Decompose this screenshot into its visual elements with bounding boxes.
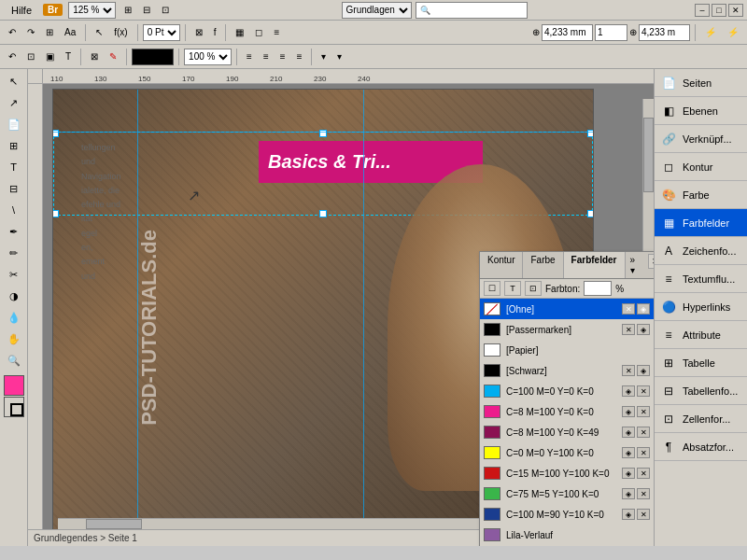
swatches-list[interactable]: [Ohne]✕◈[Passermarken]✕◈[Papier][Schwarz… xyxy=(480,299,654,546)
swatch-icon[interactable]: ✕ xyxy=(622,365,635,376)
tool-3[interactable]: ⊞ xyxy=(41,23,58,42)
close-button[interactable]: ✕ xyxy=(728,4,743,17)
pct-select[interactable]: 100 % xyxy=(184,49,232,65)
zoom-select[interactable]: 125 % xyxy=(68,2,116,19)
tool2-3[interactable]: ▣ xyxy=(41,48,59,66)
zoom-control[interactable]: 125 % xyxy=(68,2,116,19)
swatch-icon[interactable]: ✕ xyxy=(637,385,650,397)
swatch-row[interactable]: [Papier] xyxy=(480,340,654,360)
cp-tool-2[interactable]: T xyxy=(504,281,521,296)
scroll-thumb-v[interactable] xyxy=(643,118,654,192)
swatch-row[interactable]: C=15 M=100 Y=100 K=0◈✕ xyxy=(480,463,654,483)
tool-page[interactable]: 📄 xyxy=(4,114,24,134)
tool-6[interactable]: ⊠ xyxy=(190,23,207,42)
tool2-align1[interactable]: ≡ xyxy=(242,48,257,66)
right-panel-item-zellenfor[interactable]: ⊡Zellenfor... xyxy=(655,405,747,433)
swatch-row[interactable]: C=8 M=100 Y=0 K=0◈✕ xyxy=(480,401,654,422)
swatch-icon[interactable]: ✕ xyxy=(637,488,650,499)
tool-eyedrop[interactable]: 💧 xyxy=(4,307,24,328)
right-panel-item-hyperlinks[interactable]: 🔵Hyperlinks xyxy=(655,293,747,321)
right-panel-item-textumflu[interactable]: ≡Textumflu... xyxy=(655,265,747,293)
tab-farbe[interactable]: Farbe xyxy=(523,252,563,278)
tool-gradient[interactable]: ◑ xyxy=(4,286,24,306)
tool-direct[interactable]: ↗ xyxy=(4,92,24,113)
swatch-row[interactable]: C=75 M=5 Y=100 K=0◈✕ xyxy=(480,483,654,504)
swatch-icon[interactable]: ✕ xyxy=(637,427,650,438)
right-panel-item-ebenen[interactable]: ◧Ebenen xyxy=(655,97,747,125)
tool2-align3[interactable]: ≡ xyxy=(275,48,290,66)
tool-frame[interactable]: ◻ xyxy=(250,23,267,42)
tool-8[interactable]: ⚡ xyxy=(723,23,743,42)
color-fill-box[interactable] xyxy=(4,375,24,396)
tool-light[interactable]: ⚡ xyxy=(700,23,721,42)
menu-hilfe[interactable]: Hilfe xyxy=(4,3,39,18)
swatch-icon[interactable]: ◈ xyxy=(622,447,635,458)
swatch-icon[interactable]: ◈ xyxy=(622,488,635,499)
color-stroke-box[interactable] xyxy=(4,397,24,417)
swatch-icon[interactable]: ◈ xyxy=(637,303,650,315)
swatch-icon[interactable]: ✕ xyxy=(637,447,650,458)
color-box[interactable] xyxy=(132,49,174,65)
tool2-align4[interactable]: ≡ xyxy=(292,48,307,66)
tool-align[interactable]: ≡ xyxy=(269,23,284,42)
right-panel-item-attribute[interactable]: ≡Attribute xyxy=(655,321,747,349)
swatch-icon[interactable]: ◈ xyxy=(622,509,635,520)
tool-pencil[interactable]: ✏ xyxy=(4,243,24,263)
swatch-row[interactable]: [Passermarken]✕◈ xyxy=(480,319,654,340)
view-btn-2[interactable]: ⊟ xyxy=(138,1,155,20)
panel-close-btn[interactable]: ✕ xyxy=(648,254,654,269)
minimize-button[interactable]: – xyxy=(695,4,710,17)
tool-grid[interactable]: ▦ xyxy=(231,23,248,42)
num-input[interactable]: 1 xyxy=(595,24,627,41)
tool2-arr2[interactable]: ▾ xyxy=(332,48,346,66)
tool-5[interactable]: f(x) xyxy=(109,23,132,42)
tool-scissors[interactable]: ✂ xyxy=(4,264,24,285)
swatch-icon[interactable]: ✕ xyxy=(637,468,650,479)
tool-select[interactable]: ↖ xyxy=(4,71,24,91)
tool-pen[interactable]: ✒ xyxy=(4,221,24,242)
swatch-row[interactable]: [Schwarz]✕◈ xyxy=(480,360,654,381)
cp-tool-1[interactable]: ☐ xyxy=(484,281,500,296)
tool-text[interactable]: T xyxy=(4,157,24,177)
cp-tool-3[interactable]: ⊡ xyxy=(525,281,542,296)
swatch-row[interactable]: [Ohne]✕◈ xyxy=(480,299,654,319)
swatch-icon[interactable]: ✕ xyxy=(637,406,650,417)
mm-input-1[interactable]: 4,233 mm xyxy=(542,24,593,41)
scroll-thumb-h[interactable] xyxy=(86,519,142,529)
swatch-row[interactable]: C=0 M=0 Y=100 K=0◈✕ xyxy=(480,442,654,463)
tool2-text[interactable]: T xyxy=(61,48,76,66)
tool2-5[interactable]: ⊠ xyxy=(86,48,103,66)
tool-gap[interactable]: ⊞ xyxy=(4,135,24,156)
tab-more[interactable]: » ▾ xyxy=(626,252,646,278)
right-panel-item-zeichenfo[interactable]: AZeichenfo... xyxy=(655,237,747,265)
search-box[interactable]: 🔍 xyxy=(416,2,528,19)
right-panel-item-tabelle[interactable]: ⊞Tabelle xyxy=(655,349,747,377)
swatch-row[interactable]: C=0 M=0 Y=0 K=8◈ xyxy=(480,545,654,546)
view-btn-3[interactable]: ⊡ xyxy=(157,1,174,20)
tool2-2[interactable]: ⊡ xyxy=(22,48,39,66)
tool-4[interactable]: Aa xyxy=(60,23,80,42)
swatch-row[interactable]: C=8 M=100 Y=0 K=49◈✕ xyxy=(480,422,654,442)
maximize-button[interactable]: □ xyxy=(712,4,726,17)
swatch-icon[interactable]: ◈ xyxy=(622,385,635,397)
right-panel-item-farbe[interactable]: 🎨Farbe xyxy=(655,181,747,209)
view-btn-1[interactable]: ⊞ xyxy=(120,1,136,20)
tool-cursor[interactable]: ↖ xyxy=(91,23,107,42)
right-panel-item-kontur[interactable]: ◻Kontur xyxy=(655,153,747,181)
tab-kontur[interactable]: Kontur xyxy=(480,252,523,278)
swatch-icon[interactable]: ◈ xyxy=(622,406,635,417)
tool2-align2[interactable]: ≡ xyxy=(259,48,274,66)
tool2-6[interactable]: ✎ xyxy=(105,48,121,66)
tool-zoom[interactable]: 🔍 xyxy=(4,350,24,371)
tool-table[interactable]: ⊟ xyxy=(4,178,24,199)
tool2-1[interactable]: ↶ xyxy=(4,48,21,66)
farbton-input[interactable] xyxy=(584,281,612,296)
tool-7[interactable]: f xyxy=(209,23,221,42)
right-panel-item-farbfelder[interactable]: ▦Farbfelder xyxy=(655,209,747,237)
tool-hand[interactable]: ✋ xyxy=(4,329,24,349)
right-panel-item-verknpf[interactable]: 🔗Verknüpf... xyxy=(655,125,747,153)
right-panel-item-seiten[interactable]: 📄Seiten xyxy=(655,69,747,97)
tool-arrow[interactable]: ↶ xyxy=(4,23,21,42)
swatch-icon[interactable]: ◈ xyxy=(622,427,635,438)
swatch-row[interactable]: Lila-Verlauf xyxy=(480,525,654,545)
